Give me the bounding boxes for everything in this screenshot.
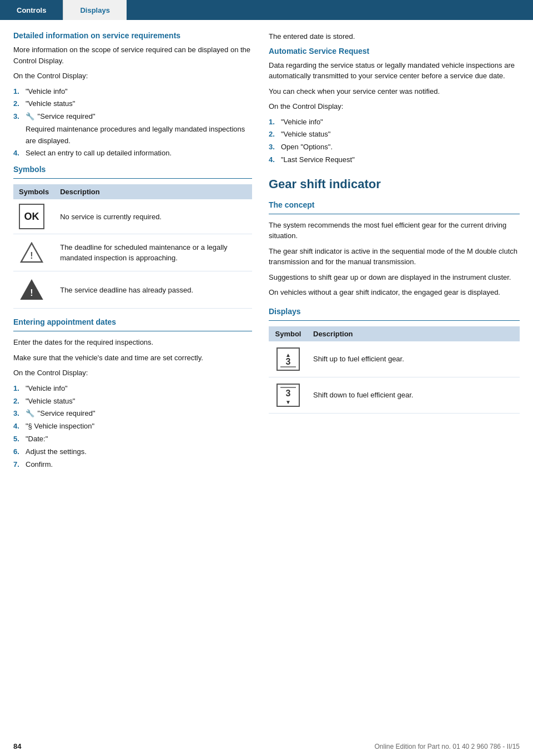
tab-controls[interactable]: Controls bbox=[0, 0, 63, 20]
warn-description: The deadline for scheduled maintenance o… bbox=[54, 234, 252, 271]
list-num: 1. bbox=[13, 86, 22, 98]
divider bbox=[269, 214, 520, 214]
col-desc: Description bbox=[308, 326, 520, 341]
col-symbol: Symbol bbox=[269, 326, 308, 341]
section-appointment: Entering appointment dates Enter the dat… bbox=[13, 317, 252, 470]
auto-service-para1: Data regarding the service status or leg… bbox=[269, 60, 520, 82]
ok-description: No service is currently required. bbox=[54, 199, 252, 234]
symbol-warn-cell: ! bbox=[13, 234, 54, 271]
section-detailed-info: Detailed information on service requirem… bbox=[13, 31, 252, 159]
list-text: "§ Vehicle inspection" bbox=[26, 421, 94, 432]
concept-para3: Suggestions to shift gear up or down are… bbox=[269, 272, 520, 283]
section-symbols: Symbols Symbols Description OK No servic… bbox=[13, 165, 252, 309]
gear-up-cell: ▲ 3 bbox=[269, 341, 308, 377]
tab-controls-label: Controls bbox=[17, 6, 46, 14]
section-auto-service: Automatic Service Request Data regarding… bbox=[269, 47, 520, 166]
auto-service-para2: You can check when your service center w… bbox=[269, 86, 520, 97]
detailed-info-title: Detailed information on service requirem… bbox=[13, 31, 252, 40]
list-text: Adjust the settings. bbox=[26, 446, 87, 458]
auto-service-list: 1. "Vehicle info" 2. "Vehicle status" 3.… bbox=[269, 117, 520, 166]
list-num: 4. bbox=[13, 421, 22, 432]
list-text: "Vehicle info" bbox=[26, 86, 68, 98]
gear-down-cell: 3 ▼ bbox=[269, 377, 308, 413]
list-text: 🔧 "Service required" bbox=[26, 408, 95, 420]
table-row: OK No service is currently required. bbox=[13, 199, 252, 234]
list-num: 7. bbox=[13, 459, 22, 471]
triangle-warning-icon: ! bbox=[20, 242, 43, 263]
list-item: 2. "Vehicle status" bbox=[13, 396, 252, 407]
gear-down-symbol: 3 ▼ bbox=[274, 382, 302, 409]
table-header-row: Symbol Description bbox=[269, 326, 520, 341]
symbol-warn-filled-cell: ! bbox=[13, 271, 54, 309]
detailed-info-para1: More information on the scope of service… bbox=[13, 44, 252, 66]
list-item: 7. Confirm. bbox=[13, 459, 252, 471]
tab-displays[interactable]: Displays bbox=[63, 0, 126, 20]
list-text: "Vehicle info" bbox=[281, 117, 323, 128]
auto-service-title: Automatic Service Request bbox=[269, 47, 520, 56]
symbols-table: Symbols Description OK No service is cur… bbox=[13, 184, 252, 309]
footer-text: Online Edition for Part no. 01 40 2 960 … bbox=[374, 743, 520, 750]
list-item: 2. "Vehicle status" bbox=[269, 129, 520, 140]
list-num: 2. bbox=[13, 98, 22, 110]
list-item: 3. Open "Options". bbox=[269, 142, 520, 153]
wrench-icon-2: 🔧 bbox=[26, 409, 34, 417]
list-text: Select an entry to call up detailed info… bbox=[26, 148, 172, 159]
gear-up-description: Shift up to fuel efficient gear. bbox=[308, 341, 520, 377]
divider bbox=[13, 331, 252, 331]
appointment-para3: On the Control Display: bbox=[13, 367, 252, 379]
appointment-para2: Make sure that the vehicle's date and ti… bbox=[13, 352, 252, 364]
list-text: 🔧 "Service required" bbox=[26, 111, 95, 123]
table-row: ▲ 3 Shift up to fuel efficient gear. bbox=[269, 341, 520, 377]
appointment-title: Entering appointment dates bbox=[13, 317, 252, 326]
symbol-ok-cell: OK bbox=[13, 199, 54, 234]
list-num: 3. bbox=[269, 142, 278, 153]
list-item: 1. "Vehicle info" bbox=[13, 86, 252, 98]
auto-service-para3: On the Control Display: bbox=[269, 101, 520, 112]
list-text: "Vehicle info" bbox=[26, 383, 68, 395]
list-num: 1. bbox=[13, 383, 22, 395]
list-num bbox=[13, 124, 22, 147]
divider bbox=[269, 320, 520, 321]
list-num: 4. bbox=[13, 148, 22, 159]
concept-para4: On vehicles without a gear shift indicat… bbox=[269, 287, 520, 298]
warn-filled-symbol: ! bbox=[19, 276, 44, 304]
table-row: ! The service deadline has already passe… bbox=[13, 271, 252, 309]
svg-text:!: ! bbox=[30, 251, 33, 260]
concept-title: The concept bbox=[269, 200, 520, 209]
list-text: Open "Options". bbox=[281, 142, 333, 153]
concept-para1: The system recommends the most fuel effi… bbox=[269, 220, 520, 241]
list-item: 4. "§ Vehicle inspection" bbox=[13, 421, 252, 432]
divider bbox=[13, 178, 252, 179]
list-item: 6. Adjust the settings. bbox=[13, 446, 252, 458]
warn-filled-description: The service deadline has already passed. bbox=[54, 271, 252, 309]
list-item: 3. 🔧 "Service required" bbox=[13, 111, 252, 123]
tab-displays-label: Displays bbox=[80, 6, 109, 14]
table-header-row: Symbols Description bbox=[13, 184, 252, 199]
list-item: 1. "Vehicle info" bbox=[269, 117, 520, 128]
gear-table: Symbol Description ▲ 3 bbox=[269, 326, 520, 414]
concept-para2: The gear shift indicator is active in th… bbox=[269, 246, 520, 268]
appointment-para1: Enter the dates for the required inspect… bbox=[13, 337, 252, 348]
list-item: 4. Select an entry to call up detailed i… bbox=[13, 148, 252, 159]
gear-shift-title: Gear shift indicator bbox=[269, 177, 520, 191]
list-num: 3. bbox=[13, 408, 22, 420]
list-num: 5. bbox=[13, 434, 22, 445]
list-item: 2. "Vehicle status" bbox=[13, 98, 252, 110]
main-content: Detailed information on service requirem… bbox=[0, 20, 533, 487]
displays-title: Displays bbox=[269, 307, 520, 316]
list-text: "Vehicle status" bbox=[26, 396, 75, 407]
page-number: 84 bbox=[13, 742, 21, 750]
warn-symbol: ! bbox=[19, 239, 44, 266]
svg-text:▼: ▼ bbox=[285, 399, 291, 405]
list-text: "Vehicle status" bbox=[26, 98, 75, 110]
ok-symbol: OK bbox=[19, 204, 44, 229]
list-item: 4. "Last Service Request" bbox=[269, 154, 520, 166]
triangle-warning-filled-icon: ! bbox=[20, 279, 43, 300]
table-row: 3 ▼ Shift down to fuel efficient gear. bbox=[269, 377, 520, 413]
left-column: Detailed information on service requirem… bbox=[13, 31, 252, 476]
list-item: 3. 🔧 "Service required" bbox=[13, 408, 252, 420]
list-item: 5. "Date:" bbox=[13, 434, 252, 445]
list-text: "Date:" bbox=[26, 434, 48, 445]
page-footer: 84 Online Edition for Part no. 01 40 2 9… bbox=[0, 742, 533, 750]
table-row: ! The deadline for scheduled maintenance… bbox=[13, 234, 252, 271]
